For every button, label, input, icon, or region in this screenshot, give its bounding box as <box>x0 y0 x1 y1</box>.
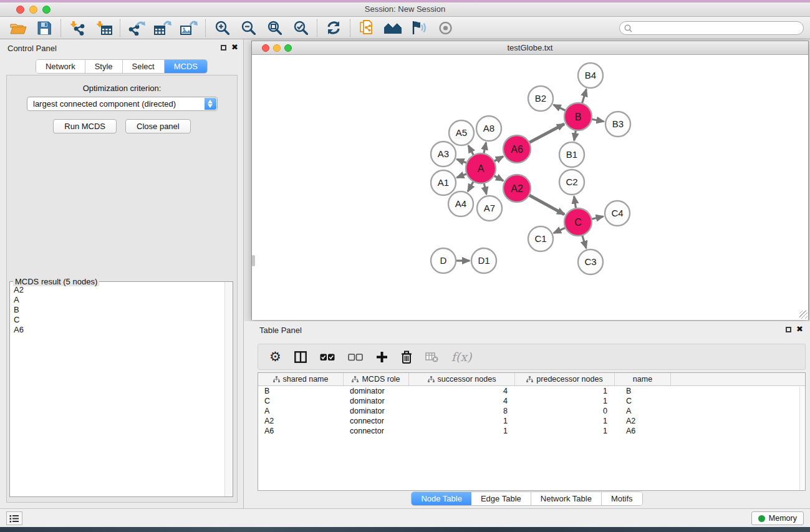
node-C4[interactable]: C4 <box>605 201 630 226</box>
node-B1[interactable]: B1 <box>559 142 584 167</box>
node-A6[interactable]: A6 <box>503 135 531 163</box>
delete-table-button[interactable] <box>425 351 438 362</box>
tab-network[interactable]: Network <box>36 60 85 73</box>
edge-A2-C[interactable] <box>528 195 565 215</box>
cell-name[interactable]: A2 <box>615 416 671 426</box>
run-mcds-button[interactable]: Run MCDS <box>53 119 117 133</box>
save-session-button[interactable] <box>31 18 57 38</box>
cell-MCDS-role[interactable]: dominator <box>344 406 409 416</box>
close-table-panel-icon[interactable]: ✖ <box>796 324 803 334</box>
node-A[interactable]: A <box>466 153 496 183</box>
zoom-fit-button[interactable] <box>261 18 287 38</box>
network-canvas[interactable]: AA1A2A3A4A5A6A7A8BB1B2B3B4CC1C2C3C4DD1 <box>252 55 808 320</box>
open-session-button[interactable] <box>5 18 31 38</box>
cell-MCDS-role[interactable]: dominator <box>344 386 409 396</box>
close-panel-button[interactable]: Close panel <box>125 119 191 133</box>
cell-successor-nodes[interactable]: 4 <box>409 396 515 406</box>
network-window-titlebar[interactable]: testGlobe.txt <box>252 41 808 55</box>
hide-graphics-details-button[interactable] <box>406 18 432 38</box>
first-neighbors-button[interactable] <box>380 18 406 38</box>
cell-name[interactable]: A6 <box>615 426 671 436</box>
column-header-shared-name[interactable]: shared name <box>258 373 344 385</box>
cell-shared-name[interactable]: B <box>258 386 344 396</box>
cell-name[interactable]: A <box>615 406 671 416</box>
split-view-button[interactable] <box>294 351 307 363</box>
select-all-rows-button[interactable] <box>320 353 335 361</box>
node-C1[interactable]: C1 <box>528 226 553 251</box>
function-builder-button[interactable]: f(x) <box>451 350 472 364</box>
cell-successor-nodes[interactable]: 4 <box>409 386 515 396</box>
cell-successor-nodes[interactable]: 1 <box>409 426 515 436</box>
tab-select[interactable]: Select <box>123 60 165 73</box>
cell-shared-name[interactable]: C <box>258 396 344 406</box>
node-D1[interactable]: D1 <box>471 248 496 273</box>
node-B4[interactable]: B4 <box>578 63 603 88</box>
cell-predecessor-nodes[interactable]: 1 <box>515 396 615 406</box>
tab-motifs[interactable]: Motifs <box>602 492 642 505</box>
search-field[interactable] <box>619 21 804 35</box>
canvas-scrollbar-thumb[interactable] <box>252 255 255 266</box>
maximize-window-button[interactable] <box>42 6 51 14</box>
result-item-A6[interactable]: A6 <box>14 325 224 335</box>
export-network-button[interactable] <box>123 18 150 38</box>
column-header-name[interactable]: name <box>615 373 671 385</box>
cell-MCDS-role[interactable]: connector <box>344 416 409 426</box>
close-panel-icon[interactable]: ✖ <box>231 42 238 52</box>
cell-predecessor-nodes[interactable]: 1 <box>515 416 615 426</box>
import-network-button[interactable] <box>64 18 90 38</box>
export-table-button[interactable] <box>150 18 176 38</box>
zoom-out-button[interactable] <box>235 18 261 38</box>
table-row-B[interactable]: Bdominator41B <box>258 386 805 396</box>
cell-shared-name[interactable]: A6 <box>258 426 344 436</box>
tab-network-table[interactable]: Network Table <box>531 492 602 505</box>
result-item-A[interactable]: A <box>14 295 224 305</box>
edge-C-C1[interactable] <box>554 227 567 233</box>
tab-mcds[interactable]: MCDS <box>165 60 207 73</box>
node-B3[interactable]: B3 <box>605 112 630 137</box>
edge-C-C2[interactable] <box>574 196 576 210</box>
cell-predecessor-nodes[interactable]: 1 <box>515 426 615 436</box>
export-image-button[interactable] <box>176 18 202 38</box>
edge-B-B2[interactable] <box>554 105 567 111</box>
result-scrollbar[interactable] <box>224 282 233 496</box>
table-scrollbar[interactable] <box>799 387 805 490</box>
table-settings-button[interactable]: ⚙ <box>269 351 281 363</box>
zoom-in-button[interactable] <box>209 18 235 38</box>
minimize-window-button[interactable] <box>29 6 37 14</box>
deselect-all-rows-button[interactable] <box>348 353 363 361</box>
cell-MCDS-role[interactable]: connector <box>344 426 409 436</box>
column-header-successor-nodes[interactable]: successor nodes <box>409 373 515 385</box>
cell-name[interactable]: B <box>615 386 671 396</box>
criterion-dropdown[interactable]: largest connected component (directed) <box>27 97 218 111</box>
tab-edge-table[interactable]: Edge Table <box>471 492 531 505</box>
zoom-selected-button[interactable] <box>287 18 314 38</box>
float-table-panel-icon[interactable] <box>786 327 791 332</box>
table-row-A2[interactable]: A2connector11A2 <box>258 416 805 426</box>
tab-node-table[interactable]: Node Table <box>412 492 471 505</box>
node-B[interactable]: B <box>564 103 592 130</box>
tab-style[interactable]: Style <box>85 60 123 73</box>
column-header-predecessor-nodes[interactable]: predecessor nodes <box>515 373 615 385</box>
cell-successor-nodes[interactable]: 1 <box>409 416 515 426</box>
memory-button[interactable]: Memory <box>751 511 804 525</box>
network-maximize-button[interactable] <box>284 44 292 52</box>
cell-MCDS-role[interactable]: dominator <box>344 396 409 406</box>
node-A7[interactable]: A7 <box>477 196 502 221</box>
task-history-button[interactable] <box>6 511 22 525</box>
search-input[interactable] <box>635 23 803 33</box>
node-C3[interactable]: C3 <box>578 249 603 274</box>
edge-B-B4[interactable] <box>582 89 587 105</box>
edge-C-C3[interactable] <box>582 234 586 248</box>
node-A3[interactable]: A3 <box>431 142 456 167</box>
table-row-A6[interactable]: A6connector11A6 <box>258 426 805 436</box>
network-from-selection-button[interactable] <box>354 18 380 38</box>
edge-A6-B[interactable] <box>528 124 564 143</box>
node-C[interactable]: C <box>564 208 592 236</box>
node-A8[interactable]: A8 <box>476 116 501 141</box>
cell-shared-name[interactable]: A2 <box>258 416 344 426</box>
node-A5[interactable]: A5 <box>449 120 474 145</box>
show-graphics-details-button[interactable] <box>432 18 458 38</box>
node-D[interactable]: D <box>431 248 456 273</box>
edge-B-B3[interactable] <box>591 119 604 122</box>
node-C2[interactable]: C2 <box>559 170 584 195</box>
